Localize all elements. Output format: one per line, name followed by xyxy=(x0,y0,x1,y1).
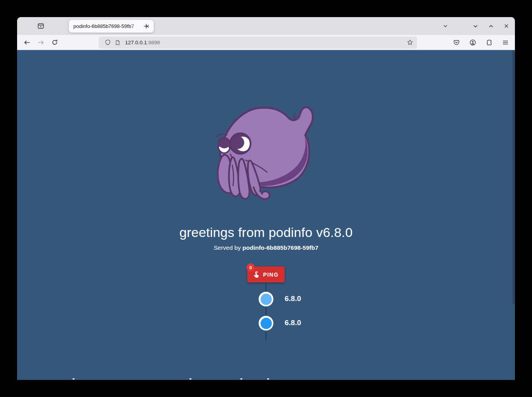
forward-arrow-icon xyxy=(38,39,44,46)
url-text: 127.0.0.1:9898 xyxy=(125,40,160,45)
timeline-dot xyxy=(259,292,273,306)
new-tab-button[interactable] xyxy=(141,21,151,31)
timeline-dot-fill xyxy=(261,318,272,329)
list-all-tabs-button[interactable] xyxy=(440,21,451,31)
ping-badge: 0 xyxy=(247,263,255,272)
page-content: greetings from podinfo v6.8.0 Served by … xyxy=(17,50,515,380)
star-icon xyxy=(407,39,413,45)
forward-button[interactable] xyxy=(35,37,47,48)
toolbar-right-buttons xyxy=(451,37,511,48)
served-by-line: Served by podinfo-6b885b7698-59fb7 xyxy=(17,244,515,251)
hamburger-menu-icon xyxy=(502,39,509,46)
puzzle-piece-icon xyxy=(486,39,492,46)
bookmark-star-button[interactable] xyxy=(405,37,415,47)
browser-titlebar: podinfo-6b885b7698-59fb7 xyxy=(17,17,515,35)
served-by-label: Served by xyxy=(214,244,241,251)
window-controls xyxy=(470,21,512,31)
scrollbar-thumb[interactable] xyxy=(513,50,515,305)
tab-title: podinfo-6b885b7698-59fb7 xyxy=(73,23,143,29)
tracking-protection-shield-icon[interactable] xyxy=(103,37,113,47)
podinfo-mascot xyxy=(207,102,325,207)
reload-icon xyxy=(52,39,58,45)
cutoff-text-fragment xyxy=(190,378,191,380)
ping-button-label: PING xyxy=(263,272,278,278)
chevron-up-icon xyxy=(488,23,494,29)
account-icon xyxy=(469,39,476,46)
reload-button[interactable] xyxy=(49,37,61,48)
browser-toolbar: 127.0.0.1:9898 xyxy=(17,35,515,50)
cutoff-text-fragment xyxy=(73,378,75,380)
back-button[interactable] xyxy=(21,37,33,48)
plus-icon xyxy=(143,23,149,29)
pocket-button[interactable] xyxy=(451,37,462,48)
window-close-button[interactable] xyxy=(501,21,512,31)
ping-button[interactable]: 0 PING xyxy=(247,266,285,282)
account-button[interactable] xyxy=(467,37,478,48)
timeline-version-label: 6.8.0 xyxy=(285,319,301,327)
page-title: greetings from podinfo v6.8.0 xyxy=(17,225,515,240)
close-icon xyxy=(504,23,509,29)
extensions-button[interactable] xyxy=(483,37,494,48)
minimize-button[interactable] xyxy=(470,21,481,31)
timeline-dot xyxy=(259,316,273,331)
cutoff-text-fragment xyxy=(240,378,242,380)
cutoff-text-fragment xyxy=(267,378,269,380)
maximize-button[interactable] xyxy=(485,21,496,31)
browser-window: podinfo-6b885b7698-59fb7 xyxy=(17,17,515,380)
page-info-icon[interactable] xyxy=(113,37,123,47)
timeline-dot-fill xyxy=(261,294,272,305)
firefox-view-button[interactable] xyxy=(35,21,46,31)
url-bar[interactable]: 127.0.0.1:9898 xyxy=(99,37,417,49)
pocket-icon xyxy=(453,39,460,46)
timeline-version-label: 6.8.0 xyxy=(285,294,301,303)
url-port: :9898 xyxy=(147,40,160,45)
pod-name: podinfo-6b885b7698-59fb7 xyxy=(242,244,318,251)
chevron-down-icon xyxy=(473,23,478,29)
firefox-view-icon xyxy=(37,23,44,30)
touch-app-icon xyxy=(253,271,260,278)
url-host: 127.0.0.1 xyxy=(125,40,147,45)
chevron-down-icon xyxy=(443,23,448,29)
back-arrow-icon xyxy=(24,39,30,46)
timeline-line xyxy=(266,282,266,340)
menu-button[interactable] xyxy=(500,37,511,48)
